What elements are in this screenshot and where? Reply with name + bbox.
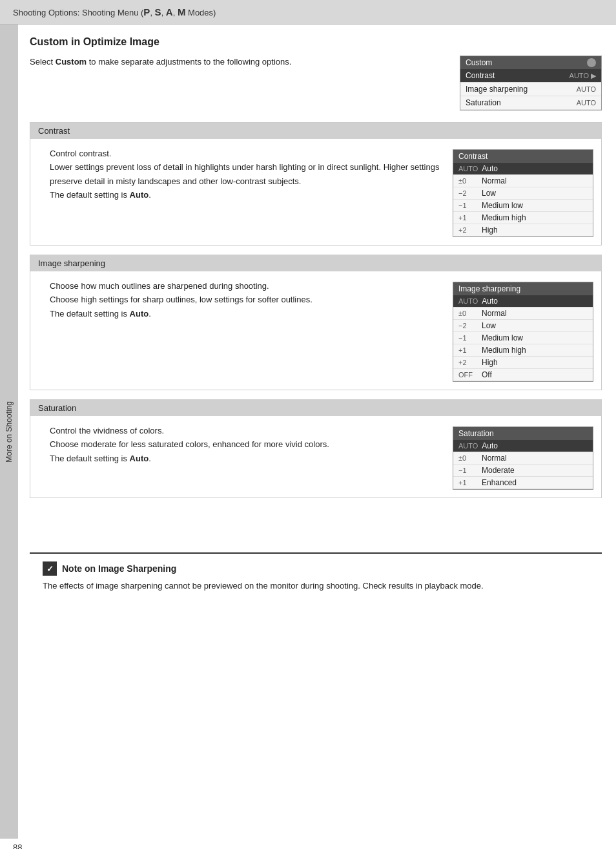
contrast-default-bold: Auto [130,190,149,200]
saturation-code-0: AUTO [458,442,478,450]
custom-menu-box: Custom Contrast AUTO ▶ Image sharpening … [460,56,602,110]
sharpening-row-0: AUTO Auto [453,295,593,308]
sharpening-label-5: High [482,358,498,367]
contrast-text: Control contrast. Lower settings prevent… [50,147,442,237]
header-text-before: Shooting Options: Shooting Menu ( [13,8,143,17]
header-mode-m: M [178,6,186,17]
contrast-code-4: +1 [458,214,478,222]
contrast-menu-box: Contrast AUTO Auto ±0 Normal −2 Low [453,149,593,237]
contrast-label-4: Medium high [482,213,526,222]
sharpening-label-4: Medium high [482,346,526,355]
sharpening-label-2: Low [482,321,496,330]
contrast-row-1: ±0 Normal [453,175,593,187]
contrast-row-2: −2 Low [453,187,593,200]
saturation-label-1: Normal [482,454,507,463]
contrast-body: Control contrast. Lower settings prevent… [30,139,601,245]
sharpening-code-0: AUTO [458,297,478,305]
contrast-subsection: Contrast Control contrast. Lower setting… [30,122,602,246]
intro-text: Select Custom to make separate adjustmen… [30,56,447,110]
sharpening-label-3: Medium low [482,333,523,342]
custom-menu-row-2: Saturation AUTO [460,96,601,110]
sharpening-code-1: ±0 [458,309,478,317]
sharpening-row-2: −2 Low [453,320,593,332]
contrast-label-1: Normal [482,176,507,185]
contrast-label-2: Low [482,189,496,198]
note-icon: ✓ [43,561,57,576]
intro-before-bold: Select [30,57,56,67]
custom-menu-title: Custom [460,56,601,69]
page-number: 88 [13,843,22,849]
sharpening-label-1: Normal [482,309,507,318]
sharpening-header: Image sharpening [30,255,601,271]
side-tab-label: More on Shooting [5,401,14,463]
note-section: ✓ Note on Image Sharpening The effects o… [30,552,602,600]
intro-bold: Custom [56,57,87,67]
saturation-menu-box: Saturation AUTO Auto ±0 Normal −1 Modera… [453,426,593,490]
sharpening-code-3: −1 [458,334,478,342]
header-mode-s: S [155,6,161,17]
contrast-row-5: +2 High [453,224,593,236]
saturation-menu-title-label: Saturation [458,429,494,438]
sharpening-row-5: +2 High [453,357,593,369]
sharpening-label-6: Off [482,370,492,379]
note-text: The effects of image sharpening cannot b… [43,580,589,593]
content-area: Custom in Optimize Image Select Custom t… [18,25,616,839]
saturation-subsection: Saturation Control the vividness of colo… [30,399,602,498]
intro-after-bold: to make separate adjustments to the foll… [87,57,291,67]
contrast-code-0: AUTO [458,165,478,173]
side-tab: More on Shooting [0,25,18,839]
main-content: More on Shooting Custom in Optimize Imag… [0,25,616,839]
saturation-text: Control the vividness of colors. Choose … [50,424,442,490]
contrast-menu-title: Contrast [453,150,593,163]
saturation-default-bold: Auto [130,454,149,463]
sharpening-menu-title-label: Image sharpening [458,284,520,293]
saturation-menu-title: Saturation [453,427,593,440]
contrast-code-1: ±0 [458,177,478,185]
contrast-row-3: −1 Medium low [453,200,593,212]
saturation-code-1: ±0 [458,454,478,462]
saturation-code-3: +1 [458,479,478,487]
menu-icon-circle [587,58,596,67]
custom-menu-title-label: Custom [466,58,492,67]
contrast-label-0: Auto [482,164,498,173]
custom-row-0-label: Contrast [466,71,495,80]
custom-row-2-value: AUTO [577,99,596,107]
custom-row-2-label: Saturation [466,98,501,107]
sharpening-menu-box: Image sharpening AUTO Auto ±0 Normal −2 … [453,282,593,382]
sharpening-label-0: Auto [482,297,498,306]
contrast-code-5: +2 [458,226,478,234]
custom-row-0-value: AUTO ▶ [570,72,596,80]
saturation-label-2: Moderate [482,466,515,475]
contrast-code-3: −1 [458,202,478,209]
contrast-code-2: −2 [458,189,478,197]
sharpening-code-5: +2 [458,359,478,366]
header-mode-a: A [166,6,173,17]
sharpening-row-3: −1 Medium low [453,332,593,344]
sharpening-default-bold: Auto [130,309,149,319]
footer: 88 [0,839,616,849]
saturation-label-0: Auto [482,441,498,450]
sharpening-text: Choose how much outlines are sharpened d… [50,279,442,382]
custom-row-1-value: AUTO [577,85,596,93]
contrast-menu-title-label: Contrast [458,152,488,161]
sharpening-row-6: OFF Off [453,369,593,381]
saturation-row-2: −1 Moderate [453,465,593,477]
custom-row-1-label: Image sharpening [466,85,528,94]
header-bar: Shooting Options: Shooting Menu (P, S, A… [0,0,616,25]
header-text-end: Modes) [185,8,216,17]
saturation-body: Control the vividness of colors. Choose … [30,416,601,498]
sharpening-menu-title: Image sharpening [453,282,593,295]
contrast-label-5: High [482,225,498,235]
saturation-row-3: +1 Enhanced [453,477,593,489]
contrast-row-4: +1 Medium high [453,212,593,224]
sharpening-code-6: OFF [458,371,478,379]
sharpening-subsection: Image sharpening Choose how much outline… [30,255,602,390]
contrast-header: Contrast [30,123,601,139]
saturation-code-2: −1 [458,466,478,474]
sharpening-row-4: +1 Medium high [453,344,593,357]
custom-menu-row-1: Image sharpening AUTO [460,83,601,96]
saturation-label-3: Enhanced [482,478,517,487]
spacer [30,507,602,546]
contrast-label-3: Medium low [482,201,523,210]
note-title: ✓ Note on Image Sharpening [43,561,589,576]
